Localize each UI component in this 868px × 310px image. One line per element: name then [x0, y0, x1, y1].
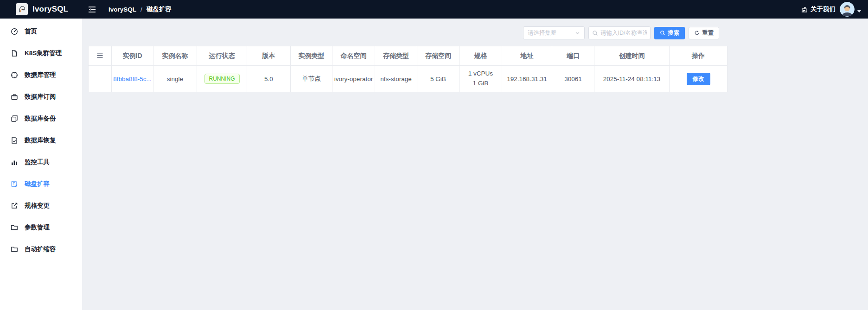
main-content: 请选择集群 搜索	[82, 19, 868, 310]
sidebar-item-label: 规格变更	[25, 202, 50, 210]
sidebar-item-param-manage[interactable]: 参数管理	[0, 216, 82, 238]
cluster-select[interactable]: 请选择集群	[523, 26, 585, 39]
breadcrumb-separator: /	[140, 6, 142, 13]
disk-expand-icon	[10, 180, 18, 188]
col-header-created-at: 创建时间	[594, 46, 670, 66]
cell-created-at: 2025-11-24 08:11:13	[594, 66, 670, 92]
reset-button-label: 重置	[702, 29, 714, 37]
column-settings-icon[interactable]	[96, 52, 103, 58]
cell-spec: 1 vCPUs 1 GiB	[460, 66, 502, 92]
search-icon	[592, 30, 598, 36]
user-menu[interactable]	[840, 2, 862, 17]
sidebar-item-label: 磁盘扩容	[25, 180, 50, 188]
about-us-button[interactable]: 关于我们	[801, 5, 836, 13]
sidebar-item-database-manage[interactable]: 数据库管理	[0, 64, 82, 86]
sidebar-item-home[interactable]: 首页	[0, 20, 82, 42]
sidebar-item-label: 自动扩缩容	[25, 245, 56, 253]
spec-memory: 1 GiB	[460, 79, 502, 89]
cell-instance-name: single	[153, 66, 197, 92]
cell-storage-type: nfs-storage	[375, 66, 417, 92]
monitor-tools-icon	[10, 158, 18, 166]
sidebar-item-autoscale[interactable]: 自动扩缩容	[0, 238, 82, 260]
search-button-label: 搜索	[668, 29, 679, 37]
filter-bar: 请选择集群 搜索	[82, 26, 719, 39]
sidebar-item-label: 数据库备份	[25, 114, 56, 123]
database-restore-icon	[10, 136, 18, 144]
sidebar-item-label: K8S集群管理	[25, 49, 62, 57]
brand-name: IvorySQL	[32, 5, 68, 14]
cell-version: 5.0	[247, 66, 291, 92]
about-label: 关于我们	[811, 5, 836, 13]
sidebar-item-label: 首页	[25, 27, 37, 36]
col-header-storage-type: 存储类型	[375, 46, 417, 66]
col-header-instance-id: 实例ID	[112, 46, 153, 66]
sidebar-item-disk-expand[interactable]: 磁盘扩容	[0, 173, 82, 195]
table-header-row: 实例ID 实例名称 运行状态 版本 实例类型 命名空间 存储类型 存储空间 规格…	[89, 46, 728, 66]
sidebar-item-monitor-tools[interactable]: 监控工具	[0, 151, 82, 173]
k8s-cluster-icon	[10, 49, 18, 57]
spec-change-icon	[10, 202, 18, 209]
about-icon	[801, 6, 808, 13]
topbar-right: 关于我们	[801, 2, 868, 17]
search-input[interactable]	[600, 30, 647, 36]
search-box	[588, 26, 651, 39]
status-badge: RUNNING	[204, 74, 240, 84]
breadcrumb-current: 磁盘扩容	[147, 5, 172, 13]
chevron-down-icon	[575, 31, 580, 36]
sidebar-item-k8s-cluster[interactable]: K8S集群管理	[0, 42, 82, 64]
sidebar-item-database-subscribe[interactable]: 数据库订阅	[0, 86, 82, 108]
dashboard-icon	[10, 27, 18, 35]
database-subscribe-icon	[10, 93, 18, 101]
sidebar-item-label: 参数管理	[25, 223, 50, 232]
col-header-instance-name: 实例名称	[153, 46, 197, 66]
column-settings-cell	[89, 46, 112, 66]
spec-cpu: 1 vCPUs	[460, 69, 502, 79]
ivorysql-logo-icon	[16, 3, 28, 15]
sidebar-item-label: 数据库恢复	[25, 136, 56, 145]
topbar: IvorySQL IvorySQL / 磁盘扩容 关于我们	[0, 0, 868, 19]
cell-instance-id: 8fbba8f8-5c...	[112, 66, 153, 92]
col-header-actions: 操作	[670, 46, 728, 66]
instance-id-link[interactable]: 8fbba8f8-5c...	[113, 76, 152, 82]
sidebar-item-database-restore[interactable]: 数据库恢复	[0, 129, 82, 151]
col-header-storage-size: 存储空间	[417, 46, 460, 66]
cell-actions: 修改	[670, 66, 728, 92]
col-header-status: 运行状态	[197, 46, 247, 66]
cell-namespace: ivory-operator	[332, 66, 375, 92]
col-header-port: 端口	[552, 46, 594, 66]
cell-status: RUNNING	[197, 66, 247, 92]
brand: IvorySQL	[0, 3, 82, 15]
avatar	[840, 2, 855, 17]
cell-instance-type: 单节点	[291, 66, 332, 92]
sidebar-item-database-backup[interactable]: 数据库备份	[0, 108, 82, 129]
search-button[interactable]: 搜索	[654, 27, 685, 39]
col-header-spec: 规格	[460, 46, 502, 66]
database-manage-icon	[10, 71, 18, 79]
database-backup-icon	[10, 114, 18, 122]
breadcrumb-root[interactable]: IvorySQL	[108, 6, 136, 13]
sidebar-collapse-icon[interactable]	[88, 6, 96, 13]
param-manage-icon	[10, 223, 18, 231]
sidebar-item-label: 数据库管理	[25, 71, 56, 79]
sidebar-item-label: 数据库订阅	[25, 93, 56, 101]
col-header-namespace: 命名空间	[332, 46, 375, 66]
table-row: 8fbba8f8-5c... single RUNNING 5.0 单节点 iv…	[89, 66, 728, 92]
reset-button[interactable]: 重置	[689, 27, 719, 39]
col-header-address: 地址	[502, 46, 552, 66]
autoscale-icon	[10, 245, 18, 253]
modify-button[interactable]: 修改	[687, 73, 710, 85]
col-header-instance-type: 实例类型	[291, 46, 332, 66]
refresh-icon	[694, 30, 700, 36]
cell-address: 192.168.31.31	[502, 66, 552, 92]
chevron-down-icon	[857, 10, 862, 13]
row-select-cell	[89, 66, 112, 92]
sidebar-item-spec-change[interactable]: 规格变更	[0, 195, 82, 216]
sidebar: 首页 K8S集群管理 数据库管理 数据库订阅	[0, 19, 82, 310]
cluster-select-placeholder: 请选择集群	[528, 29, 575, 37]
cell-storage-size: 5 GiB	[417, 66, 460, 92]
search-icon	[660, 30, 665, 36]
sidebar-item-label: 监控工具	[25, 158, 50, 166]
instances-table: 实例ID 实例名称 运行状态 版本 实例类型 命名空间 存储类型 存储空间 规格…	[88, 46, 727, 92]
cell-port: 30061	[552, 66, 594, 92]
col-header-version: 版本	[247, 46, 291, 66]
